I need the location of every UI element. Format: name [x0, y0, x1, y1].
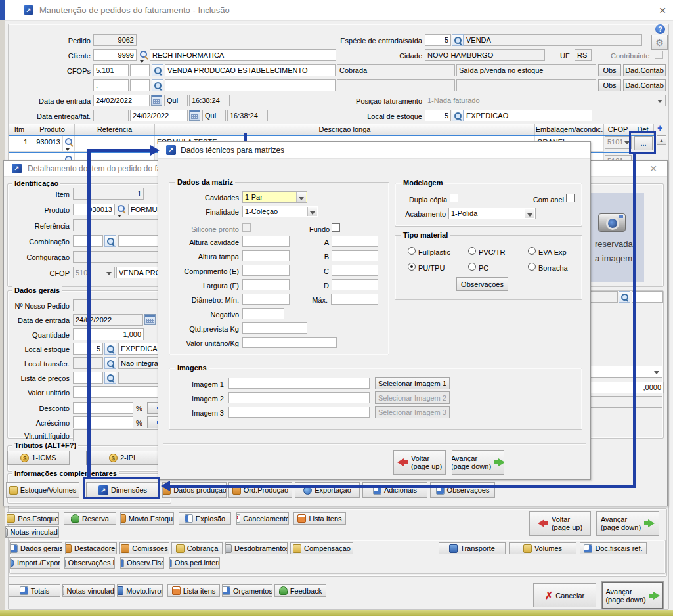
obs-ped-interno-button[interactable]: Obs.ped.interno [169, 557, 220, 569]
local-estoque-num-field[interactable]: 5 [425, 110, 451, 121]
cliente-search-icon[interactable] [139, 49, 149, 60]
reserva-button[interactable]: Reserva [64, 512, 116, 525]
com-anel-checkbox[interactable] [566, 194, 575, 202]
page-avancar-button[interactable]: Avançar(page down) [596, 511, 659, 536]
grid-header-produto[interactable]: Produto [30, 124, 75, 135]
desdobramentos-button[interactable]: Desdobramentos [225, 542, 288, 554]
b-field[interactable] [332, 250, 378, 261]
grid-header-embalagem[interactable]: Embalagem/acondic. [535, 124, 604, 135]
dupla-copia-checkbox[interactable] [450, 194, 458, 202]
local-estoque-det-search-icon[interactable] [104, 343, 116, 355]
cfop2-dadcontab-button[interactable]: Dad.Contab [623, 79, 666, 91]
cfop1-search-icon[interactable] [152, 64, 163, 76]
movto-livros-button[interactable]: Movto.livros [117, 584, 163, 597]
movto-estoque-button[interactable]: Movto.Estoque [120, 512, 174, 525]
cfop1-obs-button[interactable]: Obs [598, 64, 621, 76]
observacoes-nf-button[interactable]: Observações NF [64, 557, 115, 569]
d-field[interactable] [332, 279, 378, 290]
cfop2-obs-button[interactable]: Obs [598, 79, 621, 91]
dropdown-button[interactable] [296, 192, 306, 202]
volumes-button[interactable]: Volumes [509, 542, 576, 554]
import-export-button[interactable]: Import./Export. [10, 557, 60, 569]
qtd-prevista-field[interactable] [242, 322, 307, 334]
local-transfer-search-icon[interactable] [104, 357, 116, 369]
bottom-avancar-button[interactable]: Avançar(page down) [602, 582, 663, 609]
especie-search-icon[interactable] [452, 34, 464, 46]
lista-itens-button[interactable]: Lista Itens [293, 512, 346, 525]
grid-r1-dropdown-icon[interactable] [66, 148, 70, 151]
main-close-icon[interactable]: ✕ [657, 5, 668, 16]
imagem3-field[interactable] [228, 407, 370, 418]
cfop1-dadcontab-button[interactable]: Dad.Contab [623, 64, 666, 76]
acabamento-select[interactable]: 1-Polida [448, 208, 536, 219]
grid-r1-cfop-select[interactable]: 5101 [605, 136, 632, 149]
produto-field[interactable]: 930013 [73, 204, 115, 215]
tipo-material-obs-button[interactable]: Observações [456, 277, 508, 291]
det-data-entrada-field[interactable]: 24/02/2022 [73, 314, 143, 326]
pos-estoque-button[interactable]: Pos.Estoque [7, 512, 59, 525]
grid-scroll-up-button[interactable]: ▲ [657, 135, 666, 145]
a-field[interactable] [332, 236, 378, 247]
data-entrega-field[interactable]: 24/02/2022 [130, 110, 188, 121]
destacadores-button[interactable]: Destacadores [65, 542, 117, 554]
grid-r1-search-icon[interactable] [64, 137, 74, 147]
altura-cavidade-field[interactable] [242, 236, 290, 247]
page-voltar-button[interactable]: Voltar(page up) [529, 511, 591, 536]
local-estoque-search-icon[interactable] [452, 110, 464, 121]
orcamentos-button[interactable]: Orçamentos [222, 584, 272, 597]
pvctr-radio[interactable] [468, 247, 476, 255]
cancelar-button[interactable]: ✗Cancelar [533, 583, 596, 607]
dropdown-button[interactable] [525, 209, 534, 218]
putpu-radio[interactable] [408, 263, 416, 271]
acrescimo-field[interactable] [73, 416, 133, 428]
combinacao-search-icon[interactable] [104, 235, 116, 247]
borracha-radio[interactable] [528, 263, 536, 271]
diametro-min-field[interactable] [242, 294, 290, 305]
det-calendar-icon[interactable] [144, 314, 156, 325]
estoque-volumes-button[interactable]: Estoque/Volumes [6, 482, 79, 498]
dropdown-button[interactable] [307, 207, 317, 216]
totais-button[interactable]: Totais [9, 584, 60, 597]
explosao-button[interactable]: Explosão [179, 512, 231, 525]
matrix-avancar-button[interactable]: Avançar(page down) [452, 450, 504, 475]
lista-precos-search-icon[interactable] [104, 372, 116, 384]
notas-vinculadas-button[interactable]: Notas vinculadas [5, 526, 59, 538]
icms-button[interactable]: 1-ICMS [7, 451, 70, 465]
cfop-select[interactable]: 5101 [73, 267, 115, 278]
cfop2b-field[interactable] [130, 79, 150, 91]
imagem1-field[interactable] [228, 378, 370, 389]
altura-tampa-field[interactable] [242, 250, 290, 261]
cobranca-button[interactable]: Cobrança [171, 542, 223, 554]
dados-gerais-tab-button[interactable]: Dados gerais [10, 542, 62, 554]
pc-radio[interactable] [468, 263, 476, 271]
grid-header-referencia[interactable]: Referência [75, 124, 155, 135]
posicao-select[interactable]: 1-Nada faturado [425, 95, 666, 106]
feedback-button[interactable]: Feedback [274, 584, 326, 597]
transporte-button[interactable]: Transporte [439, 542, 506, 554]
grid-header-descricao[interactable]: Descrição longa [155, 124, 535, 135]
fundo-checkbox[interactable] [332, 223, 340, 232]
valor-unit-kg-field[interactable] [242, 337, 337, 348]
cfop1-field[interactable]: 5.101 [93, 64, 129, 76]
grid-header-cfop[interactable]: CFOP [604, 124, 632, 135]
quantidade-field[interactable]: 1,000 [73, 328, 144, 340]
cfop2-search-icon[interactable] [152, 79, 163, 91]
data-entrega-calendar-icon[interactable] [189, 110, 200, 121]
diametro-max-field[interactable] [331, 294, 378, 305]
grid-header-itm[interactable]: Itm [9, 124, 30, 135]
matrix-voltar-button[interactable]: Voltar(page up) [393, 450, 446, 475]
cancelamentos-button[interactable]: Cancelamentos [236, 512, 289, 525]
grid-r1-produto[interactable]: 930013 [30, 136, 63, 152]
cfop1b-field[interactable] [130, 64, 150, 76]
data-entrada-calendar-icon[interactable] [151, 95, 162, 106]
observ-fisco-button[interactable]: Observ.Fisco [120, 557, 164, 569]
right-sliver-field2[interactable] [632, 291, 663, 303]
imagem2-field[interactable] [228, 392, 370, 403]
settings-button[interactable]: ⚙ [651, 35, 668, 50]
comprimento-field[interactable] [242, 265, 290, 276]
grid-r1-itm[interactable]: 1 [9, 136, 30, 152]
finalidade-select[interactable]: 1-Coleção [242, 206, 318, 217]
detail-dialog-close-icon[interactable]: ✕ [647, 164, 659, 174]
cfop2-field[interactable]: . [93, 79, 129, 91]
help-icon[interactable]: ? [655, 24, 665, 34]
